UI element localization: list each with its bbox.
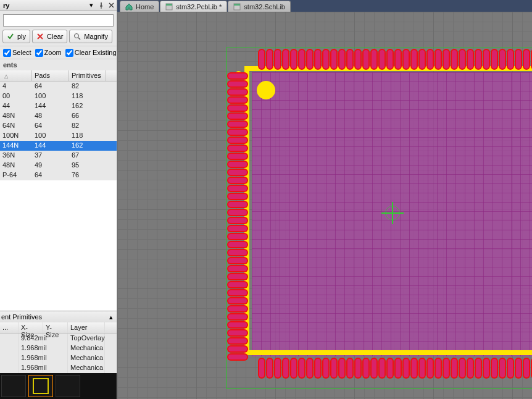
pcb-canvas[interactable]: [117, 12, 532, 399]
cell-y: [43, 343, 68, 353]
pad-left: [227, 353, 248, 361]
primitives-collapse-icon[interactable]: ▴: [107, 313, 115, 321]
magnify-icon: [73, 33, 81, 41]
cell-y: [43, 363, 68, 373]
cell-pads: 64: [32, 170, 69, 180]
pad-left: [227, 289, 248, 296]
cell-name: 36N: [0, 151, 32, 161]
component-row[interactable]: 44144162: [0, 101, 117, 111]
pad-left: [227, 96, 248, 104]
pad-bottom: [515, 358, 522, 379]
apply-label: ply: [17, 33, 26, 40]
panel-menu-icon[interactable]: ▾: [87, 1, 96, 10]
pad-top: [418, 49, 426, 70]
pad-top: [426, 49, 434, 70]
col-name[interactable]: △: [0, 70, 32, 81]
cell-type: [0, 353, 19, 363]
cell-name: 64N: [0, 121, 32, 131]
tab-stm32-pcblib-[interactable]: stm32.PcbLib *: [160, 1, 227, 12]
magnify-button[interactable]: Magnify: [69, 30, 112, 43]
silk-bottom: [244, 350, 532, 355]
pad-top: [483, 49, 490, 70]
component-row[interactable]: 36N3767: [0, 151, 117, 161]
pad-left: [227, 249, 248, 256]
pad-bottom: [306, 358, 314, 379]
cell-pads: 49: [32, 161, 69, 170]
primitive-row[interactable]: 1.968milMechanica: [0, 343, 117, 353]
col-type[interactable]: ...: [0, 322, 19, 333]
primitive-row[interactable]: 1.968milMechanica: [0, 363, 117, 373]
pad-bottom: [322, 358, 330, 379]
pad-top: [499, 49, 506, 70]
cell-pads: 100: [32, 131, 69, 141]
cell-name: 144N: [0, 141, 32, 151]
cell-name: P-64: [0, 170, 32, 180]
grid-whitespace: [0, 180, 117, 311]
col-xsize[interactable]: X-Size: [19, 322, 43, 333]
pad-left: [227, 321, 248, 329]
panel-pin-icon[interactable]: [97, 1, 106, 10]
tab-label: stm32.PcbLib *: [176, 3, 222, 10]
thumb-next[interactable]: [56, 375, 80, 397]
component-row[interactable]: P-646476: [0, 170, 117, 180]
pad-left: [227, 88, 248, 96]
magnify-label: Magnify: [84, 33, 108, 40]
tab-stm32-schlib[interactable]: stm32.SchLib: [228, 1, 291, 12]
tab-home[interactable]: Home: [120, 1, 159, 12]
primitives-heading: ent Primitives: [1, 313, 42, 321]
pad-top: [394, 49, 402, 70]
pad-left: [227, 153, 248, 160]
component-row[interactable]: 100N100118: [0, 131, 117, 141]
cell-name: 00: [0, 91, 32, 101]
component-row[interactable]: 64N6482: [0, 121, 117, 131]
pad-top: [298, 49, 305, 70]
pad-top: [370, 49, 378, 70]
pad-bottom: [459, 358, 466, 379]
tab-label: Home: [136, 3, 154, 10]
component-row[interactable]: 00100118: [0, 91, 117, 101]
col-ysize[interactable]: Y-Size: [43, 322, 68, 333]
pad-top: [330, 49, 338, 70]
clear-existing-checkbox[interactable]: Clear Existing: [65, 49, 117, 57]
pad-top: [322, 49, 330, 70]
svg-rect-2: [166, 4, 172, 6]
cell-name: 4: [0, 82, 32, 91]
component-row[interactable]: 48N4995: [0, 161, 117, 170]
cell-pads: 37: [32, 151, 69, 161]
mask-input[interactable]: [3, 14, 114, 27]
pad-left: [227, 169, 248, 176]
col-primitives[interactable]: Primitives: [69, 70, 106, 81]
cell-layer: Mechanica: [68, 343, 105, 353]
components-grid: △ Pads Primitives 4648200100118441441624…: [0, 70, 117, 180]
thumb-prev[interactable]: [1, 375, 26, 397]
pad-left: [227, 305, 248, 313]
pad-bottom: [475, 358, 482, 379]
cell-layer: Mechanica: [68, 353, 105, 363]
pad-top: [515, 49, 522, 70]
pad-left: [227, 80, 248, 88]
primitive-row[interactable]: 1.968milMechanica: [0, 353, 117, 363]
components-grid-header: △ Pads Primitives: [0, 70, 117, 82]
pad-bottom: [507, 358, 514, 379]
clear-button[interactable]: Clear: [32, 30, 67, 43]
select-checkbox[interactable]: Select: [3, 49, 31, 57]
thumb-current[interactable]: [28, 375, 53, 397]
pad-top: [274, 49, 281, 70]
component-row[interactable]: 48N4866: [0, 111, 117, 121]
apply-button[interactable]: ply: [2, 30, 30, 43]
pad-left: [227, 193, 248, 200]
col-pads[interactable]: Pads: [32, 70, 69, 81]
primitives-grid: ... X-Size Y-Size Layer 9.842milTopOverl…: [0, 322, 117, 373]
pad-bottom: [483, 358, 490, 379]
cell-pads: 100: [32, 91, 69, 101]
col-layer[interactable]: Layer: [68, 322, 105, 333]
pad-bottom: [434, 358, 442, 379]
panel-close-icon[interactable]: [107, 1, 115, 10]
pad-top: [410, 49, 418, 70]
component-row[interactable]: 144N144162: [0, 141, 117, 151]
cell-prim: 66: [69, 111, 106, 121]
component-row[interactable]: 46482: [0, 82, 117, 91]
zoom-checkbox[interactable]: Zoom: [35, 49, 62, 57]
apply-check-icon: [7, 33, 15, 41]
cell-x: 1.968mil: [19, 353, 43, 363]
